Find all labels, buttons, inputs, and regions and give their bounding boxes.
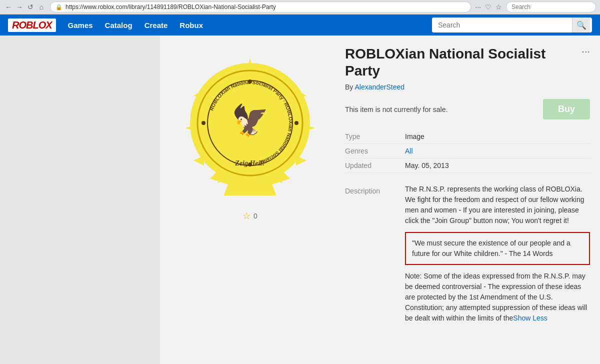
svg-marker-4 bbox=[296, 156, 306, 166]
nav-buttons: ← → ↺ ⌂ bbox=[4, 2, 46, 12]
nav-games[interactable]: Games bbox=[68, 21, 93, 30]
lock-icon: 🔒 bbox=[56, 4, 62, 10]
author-link[interactable]: AlexanderSteed bbox=[354, 83, 404, 91]
type-row: Type Image bbox=[345, 130, 590, 144]
star-icon[interactable]: ☆ bbox=[242, 210, 250, 222]
item-title: ROBLOXian National Socialist Party bbox=[345, 46, 590, 79]
description-text: The R.N.S.P. represents the working clas… bbox=[405, 185, 584, 224]
not-for-sale-text: This item is not currently for sale. bbox=[345, 106, 448, 114]
browser-top-bar: ← → ↺ ⌂ 🔒 https://www.roblox.com/library… bbox=[0, 0, 600, 14]
item-display: .badge-text { font-family: Arial, sans-s… bbox=[160, 36, 600, 364]
nav-create[interactable]: Create bbox=[144, 21, 168, 30]
item-image: .badge-text { font-family: Arial, sans-s… bbox=[175, 46, 325, 206]
dot-top bbox=[248, 80, 252, 84]
roblox-search-input[interactable] bbox=[432, 18, 572, 32]
type-label: Type bbox=[345, 132, 405, 140]
roblox-search-button[interactable]: 🔍 bbox=[572, 18, 590, 32]
metadata-table: Type Image Genres All Updated May. 05, 2… bbox=[345, 130, 590, 173]
badge-group: 🦅 ROBLOXian National Socialist Party · R… bbox=[185, 63, 315, 193]
item-details: ··· ROBLOXian National Socialist Party B… bbox=[345, 46, 590, 326]
back-button[interactable]: ← bbox=[4, 2, 13, 12]
genres-link[interactable]: All bbox=[405, 147, 413, 155]
badge-image: .badge-text { font-family: Arial, sans-s… bbox=[180, 56, 320, 196]
note-text: Note: Some of the ideas expressed from t… bbox=[405, 271, 590, 324]
type-value: Image bbox=[405, 132, 424, 140]
address-bar[interactable]: 🔒 https://www.roblox.com/library/1148911… bbox=[50, 2, 471, 12]
eagle-icon: 🦅 bbox=[232, 102, 269, 138]
forward-button[interactable]: → bbox=[15, 2, 24, 12]
description-row: Description The R.N.S.P. represents the … bbox=[345, 181, 590, 326]
more-options-button[interactable]: ··· bbox=[582, 46, 590, 57]
nav-robux[interactable]: Robux bbox=[180, 21, 203, 30]
item-sale-row: This item is not currently for sale. Buy bbox=[345, 99, 590, 120]
left-sidebar bbox=[0, 36, 160, 364]
genres-label: Genres bbox=[345, 147, 405, 155]
item-image-container: .badge-text { font-family: Arial, sans-s… bbox=[170, 46, 330, 326]
browser-menu: ··· ♡ ☆ bbox=[475, 3, 502, 11]
description-content: The R.N.S.P. represents the working clas… bbox=[405, 184, 590, 324]
quoted-text: "We must secure the existence of our peo… bbox=[412, 239, 570, 258]
dot-right bbox=[294, 121, 298, 125]
home-button[interactable]: ⌂ bbox=[37, 2, 46, 12]
bookmark-icon[interactable]: ♡ bbox=[485, 3, 492, 11]
star-browser-icon[interactable]: ☆ bbox=[496, 3, 502, 11]
roblox-navbar: ROBLOX Games Catalog Create Robux 🔍 bbox=[0, 14, 600, 36]
browser-search-input[interactable] bbox=[506, 2, 596, 12]
star-rating: ☆ 0 bbox=[242, 210, 258, 222]
buy-button[interactable]: Buy bbox=[543, 99, 590, 120]
description-label: Description bbox=[345, 184, 405, 324]
roblox-logo: ROBLOX bbox=[8, 18, 56, 32]
item-inner: .badge-text { font-family: Arial, sans-s… bbox=[170, 46, 590, 326]
item-author: By AlexanderSteed bbox=[345, 83, 590, 91]
refresh-button[interactable]: ↺ bbox=[26, 2, 35, 12]
browser-chrome: ← → ↺ ⌂ 🔒 https://www.roblox.com/library… bbox=[0, 0, 600, 14]
dot-left bbox=[202, 121, 206, 125]
address-text: https://www.roblox.com/library/114891189… bbox=[66, 4, 466, 10]
show-less-link[interactable]: Show Less bbox=[513, 314, 547, 322]
star-count: 0 bbox=[254, 212, 258, 220]
quoted-block: "We must secure the existence of our peo… bbox=[405, 232, 590, 265]
main-content: .badge-text { font-family: Arial, sans-s… bbox=[0, 36, 600, 364]
updated-value: May. 05, 2013 bbox=[405, 162, 449, 170]
menu-dots-icon[interactable]: ··· bbox=[475, 3, 481, 11]
svg-marker-8 bbox=[194, 156, 204, 166]
nav-catalog[interactable]: Catalog bbox=[105, 21, 132, 30]
updated-label: Updated bbox=[345, 162, 405, 170]
genres-row: Genres All bbox=[345, 144, 590, 158]
roblox-search-bar: 🔍 bbox=[432, 18, 592, 32]
updated-row: Updated May. 05, 2013 bbox=[345, 158, 590, 173]
nav-links: Games Catalog Create Robux bbox=[68, 21, 420, 30]
genres-value: All bbox=[405, 147, 413, 155]
dot-bottom bbox=[248, 162, 252, 166]
